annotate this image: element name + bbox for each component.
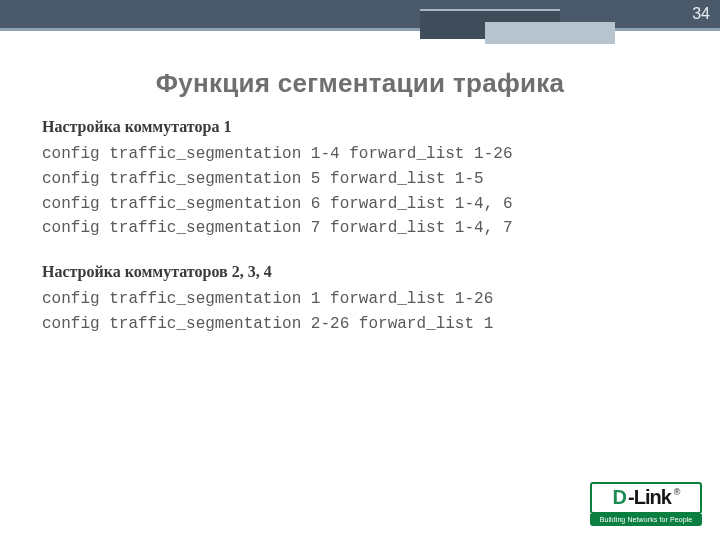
logo-tagline: Building Networks for People — [590, 514, 702, 526]
logo-registered: ® — [674, 487, 681, 497]
config-line: config traffic_segmentation 1 forward_li… — [42, 287, 678, 312]
logo-box: D-Link® — [590, 482, 702, 514]
config-line: config traffic_segmentation 6 forward_li… — [42, 192, 678, 217]
config-line: config traffic_segmentation 2-26 forward… — [42, 312, 678, 337]
config-line: config traffic_segmentation 7 forward_li… — [42, 216, 678, 241]
section-1: Настройка коммутатора 1 config traffic_s… — [42, 118, 678, 241]
dlink-logo: D-Link® Building Networks for People — [590, 482, 702, 526]
section-2: Настройка коммутаторов 2, 3, 4 config tr… — [42, 263, 678, 337]
page-title: Функция сегментации трафика — [0, 68, 720, 99]
section-1-heading: Настройка коммутатора 1 — [42, 118, 678, 136]
page-number: 34 — [692, 5, 710, 23]
logo-suffix: -Link — [628, 486, 671, 509]
header-ribbon-light — [485, 22, 615, 44]
logo-prefix: D — [613, 486, 626, 509]
content-body: Настройка коммутатора 1 config traffic_s… — [42, 118, 678, 337]
config-line: config traffic_segmentation 1-4 forward_… — [42, 142, 678, 167]
section-2-heading: Настройка коммутаторов 2, 3, 4 — [42, 263, 678, 281]
config-line: config traffic_segmentation 5 forward_li… — [42, 167, 678, 192]
